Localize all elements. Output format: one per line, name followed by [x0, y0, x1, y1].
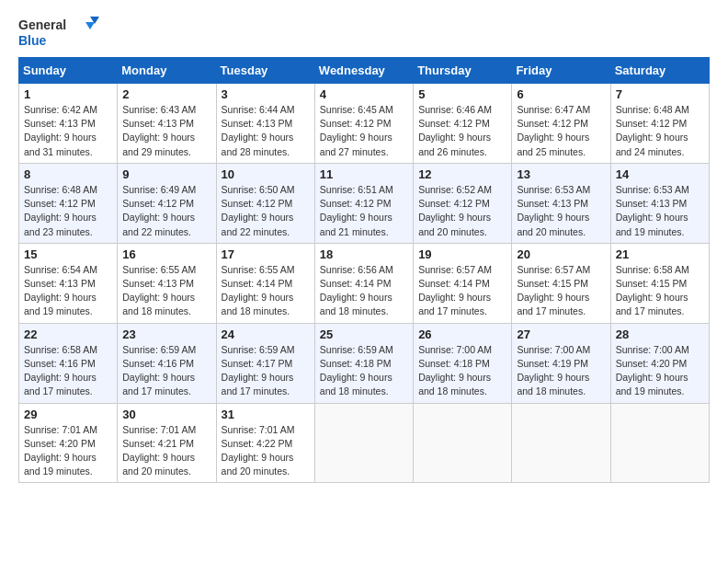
day-info: Sunrise: 6:58 AMSunset: 4:15 PMDaylight:… [616, 264, 689, 317]
calendar-cell: 17 Sunrise: 6:55 AMSunset: 4:14 PMDaylig… [216, 243, 314, 323]
day-info: Sunrise: 6:49 AMSunset: 4:12 PMDaylight:… [122, 184, 196, 237]
svg-marker-3 [85, 22, 95, 29]
day-info: Sunrise: 6:51 AMSunset: 4:12 PMDaylight:… [320, 184, 393, 237]
day-number: 12 [418, 167, 506, 181]
day-info: Sunrise: 6:58 AMSunset: 4:16 PMDaylight:… [24, 344, 97, 397]
svg-text:General: General [18, 17, 66, 32]
day-number: 24 [222, 327, 310, 341]
calendar-cell: 25 Sunrise: 6:59 AMSunset: 4:18 PMDaylig… [314, 323, 413, 403]
calendar-cell: 14 Sunrise: 6:53 AMSunset: 4:13 PMDaylig… [610, 163, 709, 243]
calendar-cell: 7 Sunrise: 6:48 AMSunset: 4:12 PMDayligh… [610, 84, 709, 164]
day-info: Sunrise: 7:01 AMSunset: 4:21 PMDaylight:… [122, 424, 196, 477]
weekday-header-tuesday: Tuesday [216, 58, 314, 84]
day-info: Sunrise: 6:46 AMSunset: 4:12 PMDaylight:… [418, 104, 492, 157]
day-number: 31 [222, 408, 310, 421]
logo-icon: General Blue [18, 15, 101, 50]
day-number: 8 [24, 167, 112, 181]
svg-text:Blue: Blue [18, 33, 47, 48]
calendar-cell: 19 Sunrise: 6:57 AMSunset: 4:14 PMDaylig… [414, 243, 512, 323]
day-number: 13 [517, 167, 605, 181]
calendar-cell: 9 Sunrise: 6:49 AMSunset: 4:12 PMDayligh… [118, 163, 216, 243]
day-number: 18 [320, 247, 408, 261]
day-number: 4 [320, 87, 408, 101]
day-info: Sunrise: 6:59 AMSunset: 4:17 PMDaylight:… [222, 344, 295, 397]
day-number: 26 [418, 327, 506, 341]
week-row-4: 22 Sunrise: 6:58 AMSunset: 4:16 PMDaylig… [19, 323, 710, 403]
day-number: 9 [122, 167, 210, 181]
day-number: 10 [222, 167, 310, 181]
calendar-cell: 8 Sunrise: 6:48 AMSunset: 4:12 PMDayligh… [19, 163, 118, 243]
day-info: Sunrise: 6:53 AMSunset: 4:13 PMDaylight:… [616, 184, 689, 237]
calendar-cell: 16 Sunrise: 6:55 AMSunset: 4:13 PMDaylig… [118, 243, 216, 323]
day-info: Sunrise: 7:01 AMSunset: 4:22 PMDaylight:… [222, 424, 295, 477]
week-row-1: 1 Sunrise: 6:42 AMSunset: 4:13 PMDayligh… [19, 84, 710, 164]
calendar-cell: 3 Sunrise: 6:44 AMSunset: 4:13 PMDayligh… [216, 84, 314, 164]
day-number: 6 [517, 87, 605, 101]
calendar-cell: 11 Sunrise: 6:51 AMSunset: 4:12 PMDaylig… [314, 163, 413, 243]
day-number: 25 [320, 327, 408, 341]
day-info: Sunrise: 6:50 AMSunset: 4:12 PMDaylight:… [222, 184, 295, 237]
day-info: Sunrise: 6:52 AMSunset: 4:12 PMDaylight:… [418, 184, 492, 237]
week-row-2: 8 Sunrise: 6:48 AMSunset: 4:12 PMDayligh… [19, 163, 710, 243]
calendar-cell: 10 Sunrise: 6:50 AMSunset: 4:12 PMDaylig… [216, 163, 314, 243]
weekday-header-row: SundayMondayTuesdayWednesdayThursdayFrid… [19, 58, 710, 84]
calendar-cell: 1 Sunrise: 6:42 AMSunset: 4:13 PMDayligh… [19, 84, 118, 164]
day-info: Sunrise: 6:48 AMSunset: 4:12 PMDaylight:… [616, 104, 689, 157]
calendar-cell: 5 Sunrise: 6:46 AMSunset: 4:12 PMDayligh… [414, 84, 512, 164]
logo: General Blue [18, 15, 101, 50]
day-info: Sunrise: 6:56 AMSunset: 4:14 PMDaylight:… [320, 264, 393, 317]
day-number: 22 [24, 327, 112, 341]
day-number: 2 [122, 87, 210, 101]
calendar-cell: 4 Sunrise: 6:45 AMSunset: 4:12 PMDayligh… [314, 84, 413, 164]
day-info: Sunrise: 6:48 AMSunset: 4:12 PMDaylight:… [24, 184, 97, 237]
day-number: 14 [616, 167, 704, 181]
day-number: 16 [122, 247, 210, 261]
day-number: 1 [24, 87, 112, 101]
calendar-cell [610, 403, 709, 483]
day-info: Sunrise: 6:55 AMSunset: 4:14 PMDaylight:… [222, 264, 295, 317]
day-info: Sunrise: 6:59 AMSunset: 4:16 PMDaylight:… [122, 344, 196, 397]
day-info: Sunrise: 6:55 AMSunset: 4:13 PMDaylight:… [122, 264, 196, 317]
day-info: Sunrise: 7:00 AMSunset: 4:18 PMDaylight:… [418, 344, 492, 397]
day-info: Sunrise: 7:01 AMSunset: 4:20 PMDaylight:… [24, 424, 97, 477]
day-info: Sunrise: 6:43 AMSunset: 4:13 PMDaylight:… [122, 104, 196, 157]
weekday-header-thursday: Thursday [414, 58, 512, 84]
calendar-cell [314, 403, 413, 483]
weekday-header-monday: Monday [118, 58, 216, 84]
day-info: Sunrise: 7:00 AMSunset: 4:20 PMDaylight:… [616, 344, 689, 397]
calendar-cell: 27 Sunrise: 7:00 AMSunset: 4:19 PMDaylig… [512, 323, 610, 403]
calendar-cell: 26 Sunrise: 7:00 AMSunset: 4:18 PMDaylig… [414, 323, 512, 403]
day-info: Sunrise: 6:59 AMSunset: 4:18 PMDaylight:… [320, 344, 393, 397]
day-number: 19 [418, 247, 506, 261]
weekday-header-wednesday: Wednesday [314, 58, 413, 84]
calendar-cell [414, 403, 512, 483]
calendar-cell: 30 Sunrise: 7:01 AMSunset: 4:21 PMDaylig… [118, 403, 216, 483]
calendar-cell: 13 Sunrise: 6:53 AMSunset: 4:13 PMDaylig… [512, 163, 610, 243]
calendar-cell: 15 Sunrise: 6:54 AMSunset: 4:13 PMDaylig… [19, 243, 118, 323]
calendar-cell: 2 Sunrise: 6:43 AMSunset: 4:13 PMDayligh… [118, 84, 216, 164]
calendar-cell: 20 Sunrise: 6:57 AMSunset: 4:15 PMDaylig… [512, 243, 610, 323]
day-number: 20 [517, 247, 605, 261]
calendar-cell: 31 Sunrise: 7:01 AMSunset: 4:22 PMDaylig… [216, 403, 314, 483]
day-number: 23 [122, 327, 210, 341]
calendar-cell: 23 Sunrise: 6:59 AMSunset: 4:16 PMDaylig… [118, 323, 216, 403]
day-number: 15 [24, 247, 112, 261]
weekday-header-friday: Friday [512, 58, 610, 84]
calendar-cell: 22 Sunrise: 6:58 AMSunset: 4:16 PMDaylig… [19, 323, 118, 403]
calendar-cell: 6 Sunrise: 6:47 AMSunset: 4:12 PMDayligh… [512, 84, 610, 164]
calendar-cell: 21 Sunrise: 6:58 AMSunset: 4:15 PMDaylig… [610, 243, 709, 323]
header: General Blue [18, 15, 710, 50]
day-info: Sunrise: 6:45 AMSunset: 4:12 PMDaylight:… [320, 104, 393, 157]
weekday-header-saturday: Saturday [610, 58, 709, 84]
day-number: 21 [616, 247, 704, 261]
calendar: SundayMondayTuesdayWednesdayThursdayFrid… [18, 57, 710, 483]
day-info: Sunrise: 6:54 AMSunset: 4:13 PMDaylight:… [24, 264, 97, 317]
calendar-cell: 28 Sunrise: 7:00 AMSunset: 4:20 PMDaylig… [610, 323, 709, 403]
day-number: 3 [222, 87, 310, 101]
day-info: Sunrise: 6:57 AMSunset: 4:15 PMDaylight:… [517, 264, 590, 317]
day-number: 29 [24, 408, 112, 421]
calendar-cell: 18 Sunrise: 6:56 AMSunset: 4:14 PMDaylig… [314, 243, 413, 323]
calendar-cell: 12 Sunrise: 6:52 AMSunset: 4:12 PMDaylig… [414, 163, 512, 243]
day-number: 28 [616, 327, 704, 341]
day-number: 30 [122, 408, 210, 421]
